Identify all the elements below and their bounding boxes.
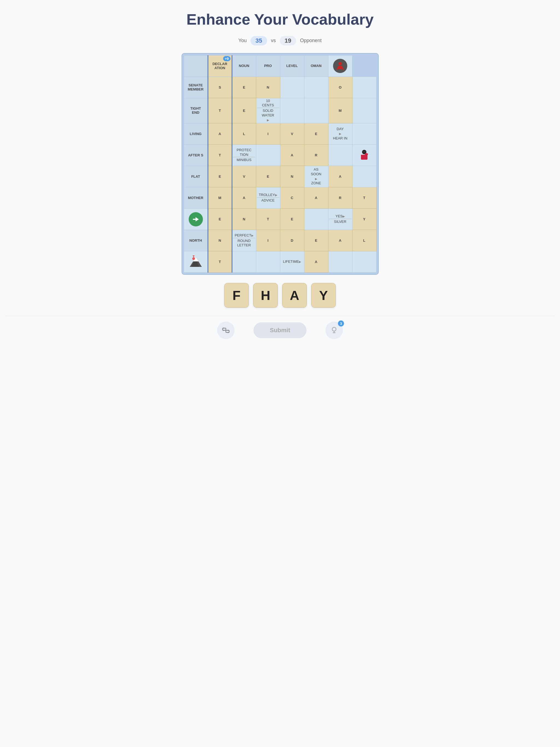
tile-i1[interactable]: I (256, 123, 280, 145)
svg-rect-17 (223, 328, 226, 330)
submit-button[interactable]: Submit (253, 323, 307, 338)
tile-a7[interactable]: A (304, 251, 328, 273)
icon-enter (184, 209, 208, 230)
tile-r1[interactable]: R (304, 145, 328, 166)
empty-4 (280, 98, 304, 123)
tile-y1[interactable]: Y (352, 209, 376, 230)
tile-n2[interactable]: N (280, 166, 304, 187)
tile-l2[interactable]: L (352, 230, 376, 251)
tile-a6[interactable]: A (328, 230, 352, 251)
clue-flat: FLAT (184, 166, 208, 187)
divider (5, 316, 555, 316)
tile-a1[interactable]: A (208, 123, 232, 145)
hint-perfect: PERFECT▶ ROUNDLETTER (232, 230, 256, 251)
svg-line-3 (342, 68, 343, 70)
row-enter: E N T E YES▶ SILVER Y (184, 209, 376, 230)
tile-t5[interactable]: T (208, 251, 232, 273)
avatar-cell (352, 145, 376, 166)
tile-m1[interactable]: M (328, 98, 352, 123)
hand-tile-y[interactable]: Y (311, 283, 336, 308)
tile-o1[interactable]: O (328, 77, 352, 98)
tile-e4[interactable]: E (208, 166, 232, 187)
hand-tile-f[interactable]: F (224, 283, 249, 308)
empty-12 (232, 251, 256, 273)
tile-l1[interactable]: L (232, 123, 256, 145)
hint-lifetime: LIFETIME▶ (280, 251, 304, 273)
tile-a5[interactable]: A (304, 187, 328, 209)
tile-e3[interactable]: E (304, 123, 328, 145)
row-last: T LIFETIME▶ A (184, 251, 376, 273)
svg-rect-1 (338, 66, 342, 69)
empty-6 (352, 98, 376, 123)
tile-n1[interactable]: N (256, 77, 280, 98)
row-flat: FLAT E V E N ASSOON ▶ ZONE A (184, 166, 376, 187)
svg-rect-7 (362, 151, 366, 153)
svg-point-8 (365, 153, 368, 155)
hand-tile-h[interactable]: H (253, 283, 278, 308)
tile-t4[interactable]: T (256, 209, 280, 230)
empty-11 (304, 209, 328, 230)
hint-wrapper: 3 (325, 321, 343, 339)
opponent-avatar (333, 59, 347, 73)
clue-tight: TIGHTEND (184, 98, 208, 123)
empty-7 (352, 123, 376, 145)
tile-i2[interactable]: I (256, 230, 280, 251)
tile-t1[interactable]: T (208, 98, 232, 123)
tile-a2[interactable]: A (280, 145, 304, 166)
tile-t3[interactable]: T (352, 187, 376, 209)
tile-a4[interactable]: A (232, 187, 256, 209)
hint-trolley: TROLLEY▶ ADVICE (256, 187, 280, 209)
tile-e5[interactable]: E (256, 166, 280, 187)
hint-day: DAY ▶ HEAR IN (328, 123, 352, 145)
empty-15 (352, 251, 376, 273)
row-north: NORTH N PERFECT▶ ROUNDLETTER I D E A L (184, 230, 376, 251)
svg-marker-10 (196, 217, 199, 222)
hint-yes: YES▶ SILVER (328, 209, 352, 230)
tile-c1[interactable]: C (280, 187, 304, 209)
empty-3 (352, 77, 376, 98)
tile-t2[interactable]: T (208, 145, 232, 166)
tile-d1[interactable]: D (280, 230, 304, 251)
hand-area: F H A Y (224, 283, 336, 308)
page-title: Enhance Your Vocabulary (186, 11, 374, 28)
tile-e2[interactable]: E (232, 98, 256, 123)
tile-m2[interactable]: M (208, 187, 232, 209)
empty-9 (328, 145, 352, 166)
row-mother: MOTHER M A TROLLEY▶ ADVICE C A R T (184, 187, 376, 209)
tile-s[interactable]: S (208, 77, 232, 98)
tile-v2[interactable]: V (232, 166, 256, 187)
header-row: DECLARATION +9 NOUN PRO LEVEL OMAN (184, 55, 376, 77)
empty-10 (352, 166, 376, 187)
tile-n4[interactable]: N (208, 230, 232, 251)
clue-senate: SENATEMEMBER (184, 77, 208, 98)
svg-rect-5 (361, 155, 367, 160)
empty-1 (280, 77, 304, 98)
tile-r2[interactable]: R (328, 187, 352, 209)
hand-tile-a[interactable]: A (282, 283, 307, 308)
svg-point-22 (228, 330, 229, 331)
hint-assoon: ASSOON ▶ ZONE (304, 166, 328, 187)
score-you-label: You (238, 38, 247, 44)
tile-v1[interactable]: V (280, 123, 304, 145)
tile-n3[interactable]: N (232, 209, 256, 230)
tile-e8[interactable]: E (304, 230, 328, 251)
svg-point-14 (192, 257, 195, 260)
score-vs: vs (271, 38, 276, 44)
svg-rect-18 (226, 330, 229, 333)
hint-dime: 10CENTS SOLIDWATER ▶ (256, 98, 280, 123)
empty-14 (328, 251, 352, 273)
game-board: DECLARATION +9 NOUN PRO LEVEL OMAN (182, 53, 379, 275)
empty-5 (304, 98, 328, 123)
hint-count: 3 (338, 320, 344, 327)
score-you: 35 (251, 36, 267, 45)
tile-e7[interactable]: E (280, 209, 304, 230)
row-senate: SENATEMEMBER S E N O (184, 77, 376, 98)
header-declaration: DECLARATION +9 (208, 55, 232, 77)
bottom-bar: Submit 3 (212, 319, 348, 342)
tile-e1[interactable]: E (232, 77, 256, 98)
clue-afters: AFTER S (184, 145, 208, 166)
swap-button[interactable] (217, 321, 235, 339)
tile-a3[interactable]: A (328, 166, 352, 187)
header-icon (328, 55, 352, 77)
tile-e6[interactable]: E (208, 209, 232, 230)
